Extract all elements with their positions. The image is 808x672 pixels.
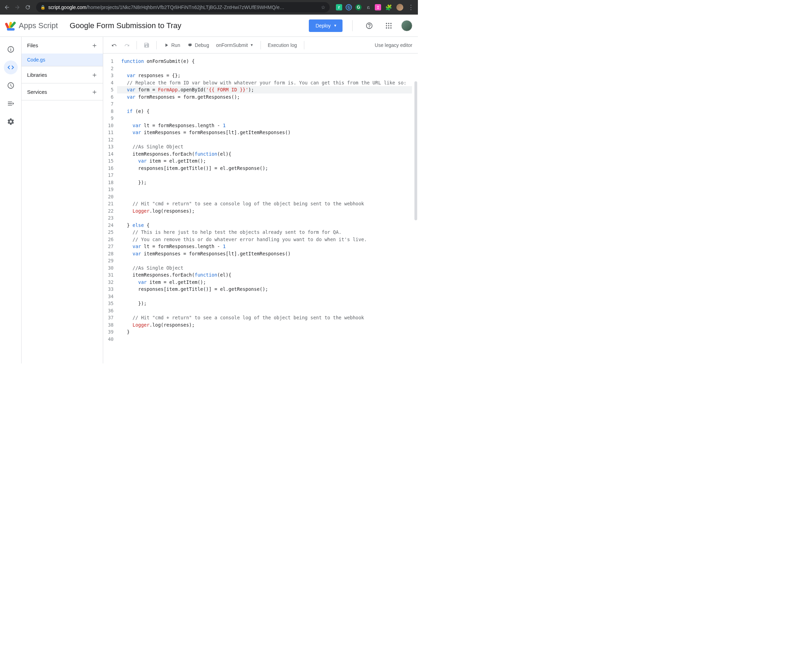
code-line[interactable]: } (117, 328, 412, 336)
debug-label: Debug (195, 42, 209, 48)
files-header: Files ＋ (22, 37, 103, 53)
code-line[interactable]: var form = FormApp.openById('{{ FORM ID … (117, 86, 412, 94)
rail-settings[interactable] (4, 115, 18, 129)
star-icon[interactable]: ☆ (321, 5, 326, 10)
ext-icon-4[interactable]: ⎌ (365, 4, 371, 10)
separator (137, 41, 137, 49)
code-line[interactable]: var item = el.getItem(); (117, 279, 412, 286)
rail-editor[interactable] (4, 60, 18, 74)
code-line[interactable]: itemResponses.forEach(function(el){ (117, 271, 412, 279)
profile-avatar-small[interactable] (396, 4, 403, 11)
code-line[interactable]: // This is here just to help test the ob… (117, 229, 412, 236)
code-line[interactable]: itemResponses.forEach(function(el){ (117, 150, 412, 158)
apps-grid-icon[interactable] (382, 19, 396, 33)
code-line[interactable]: var lt = formResponses.length - 1 (117, 243, 412, 250)
rail-triggers[interactable] (4, 79, 18, 92)
execution-log-button[interactable]: Execution log (265, 40, 300, 51)
code-line[interactable]: // Replace the form ID var below with wh… (117, 79, 412, 87)
browser-chrome: 🔒 script.google.com/home/projects/1Nkc7N… (0, 0, 418, 15)
legacy-editor-link[interactable]: Use legacy editor (375, 42, 412, 48)
libraries-label: Libraries (27, 72, 47, 78)
main-layout: Files ＋ Code.gs Libraries ＋ Services ＋ (0, 37, 418, 363)
code-line[interactable] (117, 186, 412, 193)
url-bar[interactable]: 🔒 script.google.com/home/projects/1Nkc7N… (36, 2, 330, 13)
code-line[interactable]: function onFormSubmit(e) { (117, 58, 412, 65)
code-line[interactable]: //As Single Object (117, 143, 412, 150)
code-body[interactable]: function onFormSubmit(e) { var responses… (117, 53, 412, 363)
code-line[interactable] (117, 65, 412, 72)
help-icon[interactable] (362, 19, 376, 33)
code-line[interactable] (117, 336, 412, 343)
code-line[interactable]: var itemResponses = formResponses[lt].ge… (117, 250, 412, 257)
code-line[interactable]: // Hit "cmd + return" to see a console l… (117, 314, 412, 321)
code-line[interactable] (117, 257, 412, 264)
function-selector[interactable]: onFormSubmit ▼ (213, 42, 256, 48)
account-avatar[interactable] (401, 20, 412, 31)
svg-point-2 (391, 23, 392, 24)
ext-icon-5[interactable]: ⟟ (375, 4, 381, 10)
caret-down-icon: ▼ (334, 23, 337, 27)
separator (304, 41, 304, 49)
code-line[interactable]: Logger.log(responses); (117, 207, 412, 215)
code-line[interactable] (117, 172, 412, 179)
code-line[interactable]: } else { (117, 222, 412, 229)
nav-rail (0, 37, 22, 363)
code-line[interactable]: var formResponses = form.getResponses(); (117, 94, 412, 101)
editor-area: Run Debug onFormSubmit ▼ Execution log U… (103, 37, 418, 363)
code-line[interactable]: //As Single Object (117, 264, 412, 272)
services-label: Services (27, 89, 47, 95)
code-line[interactable]: responses[item.getTitle()] = el.getRespo… (117, 286, 412, 293)
add-library-icon[interactable]: ＋ (90, 70, 98, 79)
add-service-icon[interactable]: ＋ (90, 88, 98, 96)
files-label: Files (27, 42, 38, 48)
product-name: Apps Script (19, 21, 58, 30)
code-line[interactable]: }); (117, 300, 412, 307)
code-line[interactable]: var responses = {}; (117, 72, 412, 79)
sidebar: Files ＋ Code.gs Libraries ＋ Services ＋ (22, 37, 103, 363)
code-line[interactable]: if (e) { (117, 108, 412, 115)
code-line[interactable]: var lt = formResponses.length - 1 (117, 122, 412, 129)
run-button[interactable]: Run (161, 40, 183, 51)
code-line[interactable]: }); (117, 179, 412, 186)
code-line[interactable] (117, 136, 412, 144)
code-line[interactable] (117, 193, 412, 201)
redo-icon (121, 40, 132, 51)
add-file-icon[interactable]: ＋ (90, 41, 98, 49)
code-line[interactable]: var item = el.getItem(); (117, 157, 412, 165)
code-editor[interactable]: 1234567891011121314151617181920212223242… (103, 53, 418, 363)
file-item-code-gs[interactable]: Code.gs (22, 53, 103, 66)
code-line[interactable]: // You can remove this or do whatever er… (117, 236, 412, 243)
svg-point-4 (388, 25, 389, 27)
extensions-row: r ① G ⎌ ⟟ 🧩 ⋮ (336, 3, 415, 12)
svg-point-3 (386, 25, 387, 27)
services-header: Services ＋ (22, 84, 103, 100)
ext-icon-2[interactable]: ① (346, 4, 352, 10)
chrome-menu-icon[interactable]: ⋮ (407, 3, 415, 12)
code-line[interactable] (117, 214, 412, 222)
file-name: Code.gs (27, 57, 45, 63)
code-line[interactable] (117, 100, 412, 108)
extensions-icon[interactable]: 🧩 (384, 3, 393, 12)
ext-icon-1[interactable]: r (336, 4, 342, 10)
logo[interactable]: Apps Script (5, 20, 58, 31)
deploy-button[interactable]: Deploy ▼ (309, 20, 343, 32)
back-icon[interactable] (3, 3, 11, 12)
ext-icon-3[interactable]: G (356, 4, 362, 10)
forward-icon[interactable] (13, 3, 22, 12)
undo-icon[interactable] (109, 40, 120, 51)
debug-button[interactable]: Debug (184, 40, 212, 51)
rail-executions[interactable] (4, 97, 18, 110)
svg-point-1 (388, 23, 389, 24)
rail-overview[interactable] (4, 42, 18, 56)
project-title[interactable]: Google Form Submission to Tray (70, 21, 182, 30)
code-line[interactable]: // Hit "cmd + return" to see a console l… (117, 200, 412, 207)
code-line[interactable]: Logger.log(responses); (117, 321, 412, 329)
code-line[interactable] (117, 115, 412, 122)
scrollbar[interactable] (414, 81, 417, 220)
reload-icon[interactable] (23, 3, 32, 12)
svg-point-5 (391, 25, 392, 27)
code-line[interactable]: var itemResponses = formResponses[lt].ge… (117, 129, 412, 136)
code-line[interactable] (117, 293, 412, 300)
code-line[interactable] (117, 307, 412, 314)
code-line[interactable]: responses[item.getTitle()] = el.getRespo… (117, 165, 412, 172)
